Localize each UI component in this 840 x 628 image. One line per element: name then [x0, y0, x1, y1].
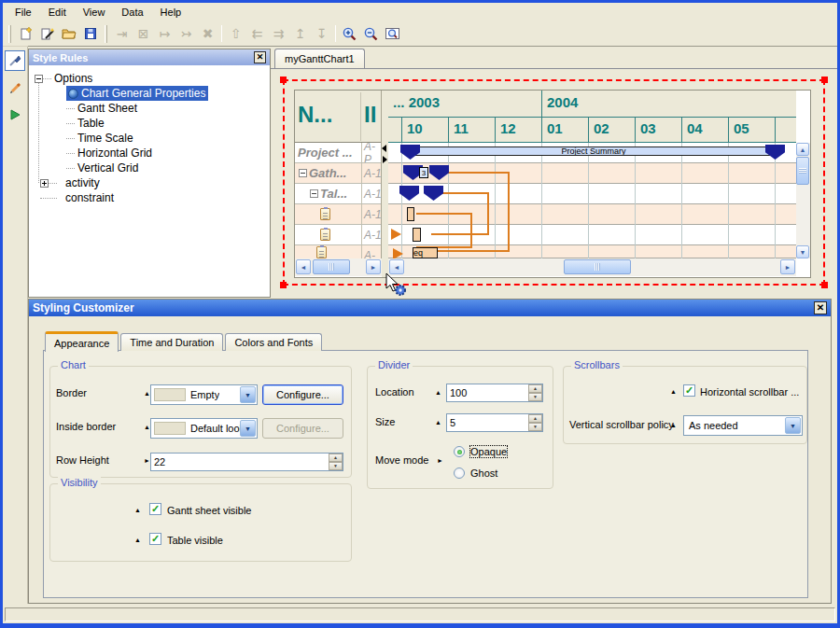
month-label: 02 — [594, 120, 609, 136]
month-label: 10 — [407, 120, 423, 136]
save-button[interactable] — [79, 23, 101, 45]
insert-row-button[interactable]: ⇧ — [225, 23, 246, 45]
run-mode-button[interactable] — [5, 105, 25, 125]
scroll-thumb[interactable] — [313, 259, 350, 274]
menu-edit[interactable]: Edit — [40, 4, 75, 21]
scroll-left-button[interactable]: ◄ — [296, 259, 311, 274]
size-input[interactable] — [447, 414, 528, 431]
tab-colors-and-fonts[interactable]: Colors and Fonts — [225, 333, 322, 351]
tree-item-horizontal-grid[interactable]: Horizontal Grid — [66, 146, 155, 160]
tree-item-activity[interactable]: activity — [40, 175, 103, 190]
spinner-buttons: ▲ ▼ — [528, 414, 542, 431]
menu-view[interactable]: View — [75, 4, 114, 21]
ghost-radio[interactable] — [454, 468, 465, 479]
insert-activity-button[interactable]: ⇥ — [111, 23, 133, 45]
scroll-down-button[interactable]: ▼ — [796, 245, 809, 258]
style-mode-button[interactable] — [5, 50, 25, 71]
design-canvas[interactable]: N... II Project ... A-P Gath... A-1 — [271, 68, 837, 299]
configure-border-button[interactable]: Configure... — [262, 384, 343, 405]
gantt-chart-preview[interactable]: N... II Project ... A-P Gath... A-1 — [294, 90, 811, 278]
scroll-thumb[interactable] — [796, 157, 809, 185]
row-id: A-1 — [361, 163, 382, 184]
tree-item-chart-general-properties[interactable]: Chart General Properties — [66, 86, 208, 101]
inside-border-combobox[interactable]: Default look ▼ — [150, 418, 258, 439]
border-combobox[interactable]: Empty ▼ — [150, 384, 258, 405]
spin-up-button[interactable]: ▲ — [528, 384, 542, 393]
location-input[interactable] — [447, 384, 528, 401]
style-rules-title: Style Rules — [33, 52, 88, 63]
new-document-button[interactable] — [15, 23, 36, 45]
sheet-vscrollbar[interactable]: ▲ ▼ — [796, 143, 810, 258]
open-file-button[interactable] — [58, 23, 79, 45]
spin-up-button[interactable]: ▲ — [329, 454, 343, 462]
link-start-button[interactable]: ↦ — [154, 23, 175, 45]
month-gridline — [401, 117, 402, 143]
table-hscrollbar[interactable]: ◄ ► — [295, 258, 382, 276]
gantt-sheet-visible-checkbox[interactable]: ✓ — [149, 503, 161, 515]
spin-up-button[interactable]: ▲ — [528, 414, 542, 423]
selection-handle-top-right[interactable] — [821, 77, 828, 83]
row-id: A-1 — [361, 184, 382, 204]
horizontal-scrollbar-checkbox[interactable]: ✓ — [683, 384, 695, 397]
menu-file[interactable]: File — [7, 4, 40, 21]
size-spinner[interactable]: ▲ ▼ — [446, 413, 543, 432]
fit-to-view-button[interactable] — [382, 23, 403, 45]
zoom-in-button[interactable] — [339, 23, 360, 45]
tree-item-constraint[interactable]: constraint — [40, 190, 117, 205]
tree-item-table[interactable]: Table — [66, 116, 107, 131]
configure-inside-border-button: Configure... — [262, 418, 343, 439]
gantt-divider[interactable] — [382, 91, 388, 277]
data-wizard-button[interactable] — [36, 23, 58, 45]
menu-data[interactable]: Data — [113, 4, 151, 21]
delete-button[interactable]: ✖ — [197, 23, 218, 45]
dropdown-button[interactable]: ▼ — [240, 386, 256, 403]
tab-time-and-duration[interactable]: Time and Duration — [120, 333, 223, 351]
link-end-button[interactable]: ↣ — [175, 23, 197, 45]
selection-handle-bottom-right[interactable] — [821, 282, 828, 288]
location-spinner[interactable]: ▲ ▼ — [446, 384, 543, 402]
collapse-icon[interactable] — [299, 169, 307, 177]
menu-help[interactable]: Help — [152, 4, 190, 21]
edit-mode-button[interactable] — [5, 77, 25, 98]
row-height-input[interactable] — [151, 454, 329, 470]
tree-item-time-scale[interactable]: Time Scale — [66, 131, 136, 146]
collapse-icon[interactable] — [35, 75, 43, 83]
vertical-scrollbar-policy-combobox[interactable]: As needed ▼ — [683, 415, 803, 436]
activity-icon — [316, 246, 327, 258]
collapse-icon[interactable] — [310, 189, 318, 198]
table-visible-checkbox[interactable]: ✓ — [149, 533, 161, 545]
scroll-right-button[interactable]: ► — [780, 259, 795, 274]
tab-appearance[interactable]: Appearance — [45, 331, 119, 352]
indent-button[interactable]: ⇉ — [268, 23, 289, 45]
tab-myganttchart1[interactable]: myGanttChart1 — [274, 49, 365, 68]
selection-handle-top-left[interactable] — [280, 77, 287, 83]
expand-icon[interactable] — [40, 179, 49, 188]
spin-down-button[interactable]: ▼ — [528, 423, 542, 431]
zoom-out-button[interactable] — [360, 23, 382, 45]
style-rules-close-button[interactable]: ✕ — [254, 51, 266, 63]
scroll-right-button[interactable]: ► — [366, 259, 381, 274]
tree-item-vertical-grid[interactable]: Vertical Grid — [66, 160, 141, 175]
move-down-button[interactable]: ↧ — [311, 23, 332, 45]
spin-down-button[interactable]: ▼ — [528, 393, 542, 401]
tab-label: Time and Duration — [130, 337, 214, 348]
outdent-button[interactable]: ⇇ — [246, 23, 268, 45]
row-height-spinner[interactable]: ▲ ▼ — [150, 453, 343, 471]
styling-customizer-close-button[interactable]: ✕ — [814, 301, 827, 314]
move-mode-label: Move mode — [375, 454, 428, 466]
sheet-hscrollbar[interactable]: ◄ ► — [388, 258, 796, 276]
opaque-radio[interactable] — [454, 446, 465, 457]
scroll-thumb[interactable] — [564, 259, 631, 274]
tree-item-gantt-sheet[interactable]: Gantt Sheet — [66, 101, 140, 116]
tree-item-label: Table — [75, 117, 107, 130]
move-up-button[interactable]: ↥ — [289, 23, 311, 45]
selection-handle-bottom-left[interactable] — [280, 282, 287, 288]
tree-item-options[interactable]: Options — [35, 71, 95, 86]
scroll-up-button[interactable]: ▲ — [796, 143, 809, 156]
divider-collapse-left-icon[interactable] — [382, 145, 386, 152]
dropdown-button[interactable]: ▼ — [240, 420, 256, 437]
spin-down-button[interactable]: ▼ — [329, 462, 343, 470]
divider-expand-right-icon[interactable] — [383, 156, 387, 163]
dropdown-button[interactable]: ▼ — [785, 417, 801, 434]
remove-table-button[interactable]: ⊠ — [133, 23, 154, 45]
